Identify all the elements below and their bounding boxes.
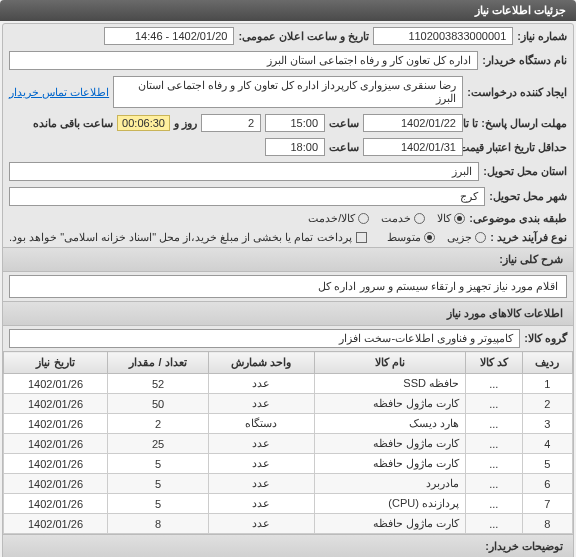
province-value: البرز xyxy=(9,162,479,181)
th-qty: تعداد / مقدار xyxy=(108,352,209,374)
table-cell: 1402/01/26 xyxy=(4,494,108,514)
deadline-hour: 15:00 xyxy=(265,114,325,132)
process-radio-group: جزیی متوسط xyxy=(387,231,486,244)
table-cell: عدد xyxy=(209,434,314,454)
table-row[interactable]: 6...مادربردعدد51402/01/26 xyxy=(4,474,573,494)
day-and-label: روز و xyxy=(174,117,197,130)
table-cell: کارت ماژول حافظه xyxy=(314,514,465,534)
need-no-label: شماره نیاز: xyxy=(517,30,567,43)
need-no-value: 1102003833000001 xyxy=(373,27,513,45)
creator-value: رضا سنقری سیزواری کارپرداز اداره کل تعاو… xyxy=(113,76,463,108)
city-value: کرج xyxy=(9,187,485,206)
validity-label: حداقل تاریخ اعتبار قیمت: تا تاریخ: xyxy=(467,141,567,154)
deadline-date: 1402/01/22 xyxy=(363,114,463,132)
table-cell: ... xyxy=(465,414,522,434)
radio-both[interactable] xyxy=(358,213,369,224)
validity-date: 1402/01/31 xyxy=(363,138,463,156)
table-cell: کارت ماژول حافظه xyxy=(314,434,465,454)
table-cell: 4 xyxy=(522,434,572,454)
buyer-notes-title: توضیحات خریدار: xyxy=(3,534,573,557)
table-cell: ... xyxy=(465,374,522,394)
table-cell: کارت ماژول حافظه xyxy=(314,394,465,414)
table-cell: 2 xyxy=(522,394,572,414)
days-left: 2 xyxy=(201,114,261,132)
table-cell: 3 xyxy=(522,414,572,434)
th-code: کد کالا xyxy=(465,352,522,374)
group-label: گروه کالا: xyxy=(524,332,567,345)
table-row[interactable]: 4...کارت ماژول حافظهعدد251402/01/26 xyxy=(4,434,573,454)
th-unit: واحد شمارش xyxy=(209,352,314,374)
table-cell: ... xyxy=(465,494,522,514)
table-cell: 50 xyxy=(108,394,209,414)
table-cell: ... xyxy=(465,434,522,454)
table-cell: حافظه SSD xyxy=(314,374,465,394)
city-label: شهر محل تحویل: xyxy=(489,190,567,203)
items-table: ردیف کد کالا نام کالا واحد شمارش تعداد /… xyxy=(3,351,573,534)
th-row: ردیف xyxy=(522,352,572,374)
table-cell: هارد دیسک xyxy=(314,414,465,434)
table-cell: 5 xyxy=(108,454,209,474)
table-cell: ... xyxy=(465,514,522,534)
table-cell: عدد xyxy=(209,394,314,414)
table-cell: عدد xyxy=(209,454,314,474)
table-cell: ... xyxy=(465,394,522,414)
table-cell: 7 xyxy=(522,494,572,514)
table-cell: 1 xyxy=(522,374,572,394)
table-row[interactable]: 3...هارد دیسکدستگاه21402/01/26 xyxy=(4,414,573,434)
contact-link[interactable]: اطلاعات تماس خریدار xyxy=(9,86,109,99)
window-titlebar: جزئیات اطلاعات نیاز xyxy=(0,0,576,21)
table-cell: 1402/01/26 xyxy=(4,474,108,494)
radio-small[interactable] xyxy=(475,232,486,243)
table-cell: 52 xyxy=(108,374,209,394)
deadline-label: مهلت ارسال پاسخ: تا تاریخ: xyxy=(467,117,567,130)
radio-small-label: جزیی xyxy=(447,231,472,244)
table-cell: پردازنده (CPU) xyxy=(314,494,465,514)
radio-medium[interactable] xyxy=(424,232,435,243)
radio-goods-label: کالا xyxy=(437,212,451,225)
table-row[interactable]: 7...پردازنده (CPU)عدد51402/01/26 xyxy=(4,494,573,514)
table-cell: 1402/01/26 xyxy=(4,434,108,454)
th-name: نام کالا xyxy=(314,352,465,374)
table-cell: 5 xyxy=(522,454,572,474)
table-cell: عدد xyxy=(209,514,314,534)
desc-section-title: شرح کلی نیاز: xyxy=(3,247,573,272)
creator-label: ایجاد کننده درخواست: xyxy=(467,86,567,99)
table-row[interactable]: 8...کارت ماژول حافظهعدد81402/01/26 xyxy=(4,514,573,534)
table-cell: عدد xyxy=(209,494,314,514)
table-cell: 6 xyxy=(522,474,572,494)
province-label: استان محل تحویل: xyxy=(483,165,567,178)
remaining-label: ساعت باقی مانده xyxy=(33,117,113,130)
buyer-label: نام دستگاه خریدار: xyxy=(482,54,567,67)
radio-goods[interactable] xyxy=(454,213,465,224)
table-row[interactable]: 2...کارت ماژول حافظهعدد501402/01/26 xyxy=(4,394,573,414)
table-cell: 2 xyxy=(108,414,209,434)
desc-text: اقلام مورد نیاز تجهیز و ارتقاء سیستم و س… xyxy=(9,275,567,298)
buyer-value: اداره کل تعاون کار و رفاه اجتماعی استان … xyxy=(9,51,478,70)
table-row[interactable]: 1...حافظه SSDعدد521402/01/26 xyxy=(4,374,573,394)
radio-service-label: خدمت xyxy=(381,212,411,225)
table-cell: ... xyxy=(465,454,522,474)
table-cell: 5 xyxy=(108,474,209,494)
category-label: طبقه بندی موضوعی: xyxy=(469,212,567,225)
main-panel: شماره نیاز: 1102003833000001 تاریخ و ساع… xyxy=(2,23,574,557)
table-cell: 8 xyxy=(108,514,209,534)
table-cell: 1402/01/26 xyxy=(4,454,108,474)
table-cell: 1402/01/26 xyxy=(4,394,108,414)
announce-label: تاریخ و ساعت اعلان عمومی: xyxy=(238,30,369,43)
table-cell: 5 xyxy=(108,494,209,514)
table-cell: عدد xyxy=(209,474,314,494)
treasury-checkbox[interactable] xyxy=(356,232,367,243)
radio-both-label: کالا/خدمت xyxy=(308,212,355,225)
validity-hour: 18:00 xyxy=(265,138,325,156)
items-section-title: اطلاعات کالاهای مورد نیاز xyxy=(3,301,573,326)
hour-label-1: ساعت xyxy=(329,117,359,130)
category-radio-group: کالا خدمت کالا/خدمت xyxy=(308,212,465,225)
payment-note: پرداخت تمام یا بخشی از مبلغ خرید،از محل … xyxy=(9,231,352,244)
th-date: تاریخ نیاز xyxy=(4,352,108,374)
table-row[interactable]: 5...کارت ماژول حافظهعدد51402/01/26 xyxy=(4,454,573,474)
table-cell: کارت ماژول حافظه xyxy=(314,454,465,474)
radio-service[interactable] xyxy=(414,213,425,224)
table-cell: 1402/01/26 xyxy=(4,514,108,534)
table-cell: عدد xyxy=(209,374,314,394)
table-cell: 8 xyxy=(522,514,572,534)
